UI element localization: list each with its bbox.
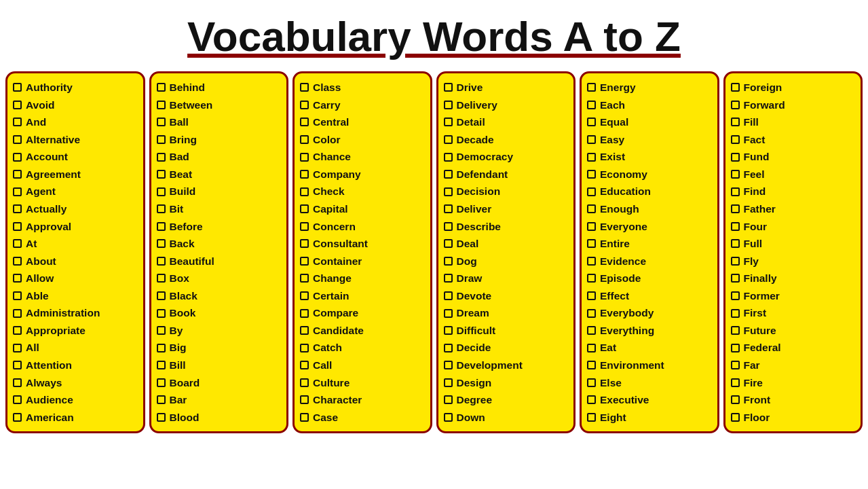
checkbox-icon[interactable] — [587, 395, 596, 404]
list-item[interactable]: Decade — [444, 131, 570, 149]
checkbox-icon[interactable] — [300, 291, 309, 300]
list-item[interactable]: Father — [731, 200, 857, 218]
checkbox-icon[interactable] — [300, 274, 309, 283]
checkbox-icon[interactable] — [731, 309, 740, 318]
list-item[interactable]: Far — [731, 357, 857, 374]
list-item[interactable]: Detail — [444, 113, 570, 131]
list-item[interactable]: Full — [731, 235, 857, 253]
list-item[interactable]: Equal — [587, 113, 713, 131]
checkbox-icon[interactable] — [300, 222, 309, 231]
checkbox-icon[interactable] — [587, 83, 596, 92]
list-item[interactable]: Effect — [587, 287, 713, 305]
checkbox-icon[interactable] — [13, 361, 22, 369]
list-item[interactable]: Appropriate — [13, 322, 139, 340]
checkbox-icon[interactable] — [157, 257, 166, 266]
checkbox-icon[interactable] — [444, 309, 453, 318]
list-item[interactable]: Fund — [731, 148, 857, 166]
list-item[interactable]: Economy — [587, 166, 713, 183]
list-item[interactable]: Actually — [13, 200, 139, 218]
checkbox-icon[interactable] — [731, 135, 740, 144]
list-item[interactable]: Beat — [157, 166, 283, 183]
checkbox-icon[interactable] — [587, 239, 596, 248]
checkbox-icon[interactable] — [13, 378, 22, 387]
checkbox-icon[interactable] — [587, 413, 596, 422]
checkbox-icon[interactable] — [157, 361, 166, 369]
list-item[interactable]: Draw — [444, 270, 570, 287]
checkbox-icon[interactable] — [300, 117, 309, 126]
list-item[interactable]: Back — [157, 235, 283, 253]
checkbox-icon[interactable] — [300, 135, 309, 144]
checkbox-icon[interactable] — [444, 344, 453, 352]
list-item[interactable]: Deal — [444, 235, 570, 253]
checkbox-icon[interactable] — [587, 291, 596, 300]
list-item[interactable]: Everybody — [587, 304, 713, 322]
list-item[interactable]: Book — [157, 304, 283, 322]
checkbox-icon[interactable] — [587, 309, 596, 318]
checkbox-icon[interactable] — [300, 239, 309, 248]
checkbox-icon[interactable] — [444, 413, 453, 422]
checkbox-icon[interactable] — [587, 222, 596, 231]
checkbox-icon[interactable] — [13, 117, 22, 126]
list-item[interactable]: Finally — [731, 270, 857, 287]
list-item[interactable]: Ball — [157, 113, 283, 131]
checkbox-icon[interactable] — [157, 291, 166, 300]
list-item[interactable]: Describe — [444, 218, 570, 236]
list-item[interactable]: Degree — [444, 391, 570, 409]
checkbox-icon[interactable] — [731, 291, 740, 300]
list-item[interactable]: Bad — [157, 148, 283, 166]
list-item[interactable]: Enough — [587, 200, 713, 218]
checkbox-icon[interactable] — [13, 274, 22, 283]
list-item[interactable]: Bring — [157, 131, 283, 149]
checkbox-icon[interactable] — [587, 204, 596, 213]
list-item[interactable]: Drive — [444, 79, 570, 96]
list-item[interactable]: First — [731, 304, 857, 322]
list-item[interactable]: Exist — [587, 148, 713, 166]
checkbox-icon[interactable] — [13, 101, 22, 109]
list-item[interactable]: Class — [300, 79, 426, 96]
checkbox-icon[interactable] — [157, 326, 166, 335]
list-item[interactable]: Feel — [731, 166, 857, 183]
list-item[interactable]: Deliver — [444, 200, 570, 218]
list-item[interactable]: Culture — [300, 374, 426, 392]
checkbox-icon[interactable] — [731, 83, 740, 92]
list-item[interactable]: Former — [731, 287, 857, 305]
list-item[interactable]: Decision — [444, 183, 570, 200]
checkbox-icon[interactable] — [300, 378, 309, 387]
checkbox-icon[interactable] — [300, 257, 309, 266]
list-item[interactable]: Approval — [13, 218, 139, 236]
checkbox-icon[interactable] — [157, 395, 166, 404]
checkbox-icon[interactable] — [157, 274, 166, 283]
checkbox-icon[interactable] — [300, 309, 309, 318]
checkbox-icon[interactable] — [13, 413, 22, 422]
checkbox-icon[interactable] — [13, 395, 22, 404]
checkbox-icon[interactable] — [13, 326, 22, 335]
list-item[interactable]: Carry — [300, 96, 426, 114]
list-item[interactable]: Devote — [444, 287, 570, 305]
checkbox-icon[interactable] — [157, 135, 166, 144]
list-item[interactable]: At — [13, 235, 139, 253]
list-item[interactable]: Entire — [587, 235, 713, 253]
checkbox-icon[interactable] — [587, 378, 596, 387]
list-item[interactable]: Bill — [157, 357, 283, 374]
checkbox-icon[interactable] — [587, 274, 596, 283]
checkbox-icon[interactable] — [587, 101, 596, 109]
list-item[interactable]: American — [13, 409, 139, 427]
list-item[interactable]: Blood — [157, 409, 283, 427]
list-item[interactable]: Attention — [13, 357, 139, 374]
list-item[interactable]: Design — [444, 374, 570, 392]
list-item[interactable]: Difficult — [444, 322, 570, 340]
list-item[interactable]: Delivery — [444, 96, 570, 114]
list-item[interactable]: Container — [300, 253, 426, 270]
checkbox-icon[interactable] — [13, 239, 22, 248]
checkbox-icon[interactable] — [157, 239, 166, 248]
checkbox-icon[interactable] — [444, 395, 453, 404]
checkbox-icon[interactable] — [157, 309, 166, 318]
checkbox-icon[interactable] — [157, 344, 166, 352]
checkbox-icon[interactable] — [300, 395, 309, 404]
checkbox-icon[interactable] — [587, 326, 596, 335]
checkbox-icon[interactable] — [444, 135, 453, 144]
checkbox-icon[interactable] — [587, 153, 596, 162]
checkbox-icon[interactable] — [300, 187, 309, 196]
checkbox-icon[interactable] — [587, 187, 596, 196]
checkbox-icon[interactable] — [157, 413, 166, 422]
